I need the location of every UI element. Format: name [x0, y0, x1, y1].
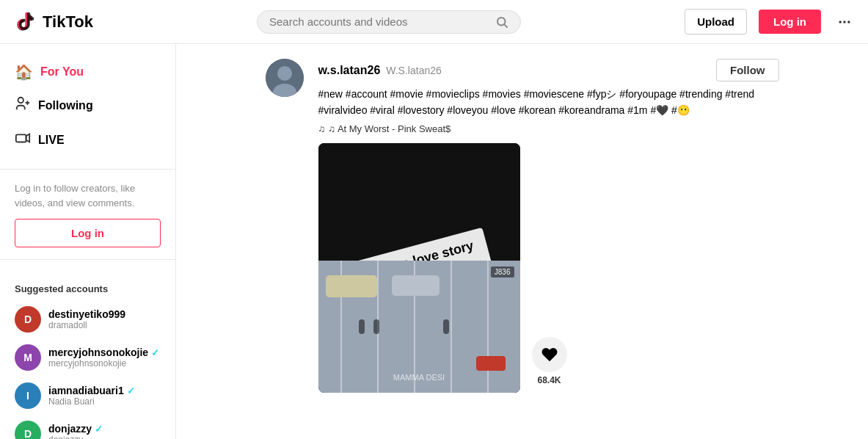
- following-icon: [15, 95, 31, 115]
- motorcycle: [476, 356, 506, 371]
- sidebar-divider-2: [0, 259, 175, 260]
- video-parking-scene: MAMMA DESI J836: [318, 261, 520, 393]
- video-watermark: MAMMA DESI: [393, 373, 445, 382]
- account-name-donjazzy: donjazzy ✓: [48, 423, 161, 435]
- parking-line-4: [451, 261, 452, 393]
- svg-point-6: [18, 98, 23, 103]
- account-handle-destinyetiko999: dramadoll: [48, 320, 161, 330]
- suggested-account-mercyjohnsonokojie[interactable]: M mercyjohnsonokojie ✓ mercyjohnsonokoji…: [0, 338, 175, 377]
- parking-line-5: [487, 261, 489, 393]
- post-username[interactable]: w.s.latan26: [318, 64, 381, 77]
- avatar-donjazzy: D: [15, 421, 41, 439]
- sidebar-login-button[interactable]: Log in: [15, 219, 161, 247]
- sidebar-item-live[interactable]: LIVE: [0, 123, 175, 157]
- follow-button[interactable]: Follow: [716, 59, 779, 81]
- car-2: [392, 275, 440, 296]
- post-actions: 68.4K: [532, 337, 567, 393]
- sidebar-label-live: LIVE: [38, 134, 65, 147]
- post-handle: W.S.latan26: [386, 65, 442, 76]
- svg-marker-10: [26, 134, 30, 142]
- sidebar-label-for-you: For You: [40, 65, 84, 79]
- account-name-mercyjohnsonokojie: mercyjohnsonokojie ✓: [48, 347, 161, 358]
- heart-icon: [541, 346, 558, 363]
- avatar-destinyetiko999: D: [15, 306, 41, 333]
- post-avatar-image: [266, 59, 304, 97]
- svg-point-1: [497, 18, 506, 26]
- account-name-iamnadiabuari1: iamnadiabuari1 ✓: [48, 385, 161, 396]
- sidebar-nav: 🏠 For You Following LIVE: [0, 56, 175, 157]
- logo-text: TikTok: [43, 12, 93, 32]
- figure-3: [443, 319, 449, 334]
- music-note-icon: ♫: [318, 123, 326, 134]
- account-info-iamnadiabuari1: iamnadiabuari1 ✓ Nadia Buari: [48, 385, 161, 407]
- more-button[interactable]: [833, 10, 856, 34]
- video-top-dark: [318, 143, 520, 261]
- sidebar-item-following[interactable]: Following: [0, 88, 175, 123]
- figure-2: [373, 319, 379, 334]
- post-music: ♫ ♫ At My Worst - Pink Sweat$: [318, 123, 779, 134]
- main-layout: 🏠 For You Following LIVE: [0, 44, 868, 439]
- avatar-iamnadiabuari1: I: [15, 382, 41, 409]
- account-handle-donjazzy: donjazzy: [48, 435, 161, 439]
- header-right: Upload Log in: [685, 9, 856, 35]
- upload-button[interactable]: Upload: [685, 9, 747, 35]
- header: TikTok Upload Log in: [0, 0, 868, 44]
- verified-icon-donjazzy: ✓: [95, 424, 103, 435]
- live-icon: [15, 130, 31, 150]
- account-handle-mercyjohnsonokojie: mercyjohnsonokojie: [48, 358, 161, 369]
- search-input[interactable]: [269, 15, 489, 28]
- login-prompt-text: Log in to follow creators, like videos, …: [15, 181, 161, 210]
- post-header: w.s.latan26 W.S.latan26 Follow: [318, 59, 779, 81]
- search-icon: [495, 15, 508, 29]
- login-prompt: Log in to follow creators, like videos, …: [0, 181, 175, 247]
- sidebar-label-following: Following: [38, 99, 93, 112]
- svg-point-3: [839, 21, 842, 23]
- corner-badge: J836: [491, 266, 514, 277]
- sidebar: 🏠 For You Following LIVE: [0, 44, 176, 439]
- post-container: w.s.latan26 W.S.latan26 Follow #new #acc…: [266, 59, 779, 393]
- post-avatar[interactable]: [266, 59, 304, 97]
- suggested-accounts-label: Suggested accounts: [0, 272, 175, 300]
- car-1: [326, 275, 377, 297]
- sidebar-item-for-you[interactable]: 🏠 For You: [0, 56, 175, 88]
- svg-point-12: [277, 66, 292, 81]
- suggested-account-destinyetiko999[interactable]: D destinyetiko999 dramadoll: [0, 300, 175, 338]
- account-info-mercyjohnsonokojie: mercyjohnsonokojie ✓ mercyjohnsonokojie: [48, 347, 161, 369]
- tiktok-logo-icon: [12, 9, 38, 35]
- post-music-text: ♫ At My Worst - Pink Sweat$: [328, 123, 451, 134]
- figure-1: [359, 319, 365, 334]
- svg-rect-0: [12, 9, 38, 35]
- svg-rect-9: [16, 134, 26, 142]
- post-content: w.s.latan26 W.S.latan26 Follow #new #acc…: [318, 59, 779, 393]
- account-handle-iamnadiabuari1: Nadia Buari: [48, 396, 161, 407]
- account-info-destinyetiko999: destinyetiko999 dramadoll: [48, 308, 161, 330]
- svg-point-5: [847, 21, 850, 23]
- suggested-account-donjazzy[interactable]: D donjazzy ✓ donjazzy: [0, 415, 175, 439]
- login-button[interactable]: Log in: [759, 10, 821, 34]
- video-thumbnail[interactable]: vampire love storypart 1: [318, 143, 520, 393]
- home-icon: 🏠: [15, 63, 33, 81]
- verified-icon-mercy: ✓: [151, 347, 159, 358]
- account-info-donjazzy: donjazzy ✓ donjazzy: [48, 423, 161, 439]
- account-name-destinyetiko999: destinyetiko999: [48, 308, 161, 320]
- suggested-account-iamnadiabuari1[interactable]: I iamnadiabuari1 ✓ Nadia Buari: [0, 377, 175, 415]
- feed-area: w.s.latan26 W.S.latan26 Follow #new #acc…: [176, 44, 868, 439]
- verified-icon-nadia: ✓: [127, 385, 135, 396]
- heart-icon-circle: [532, 337, 567, 372]
- post-tags: #new #account #movie #movieclips #movies…: [318, 86, 779, 119]
- sidebar-divider: [0, 169, 175, 170]
- logo[interactable]: TikTok: [12, 9, 93, 35]
- search-bar[interactable]: [257, 10, 521, 34]
- post-user-info: w.s.latan26 W.S.latan26: [318, 64, 442, 77]
- avatar-mercyjohnsonokojie: M: [15, 344, 41, 371]
- svg-point-4: [843, 21, 845, 23]
- like-button[interactable]: 68.4K: [532, 337, 567, 385]
- like-count: 68.4K: [537, 375, 561, 385]
- ellipsis-icon: [837, 15, 852, 29]
- svg-line-2: [504, 24, 507, 27]
